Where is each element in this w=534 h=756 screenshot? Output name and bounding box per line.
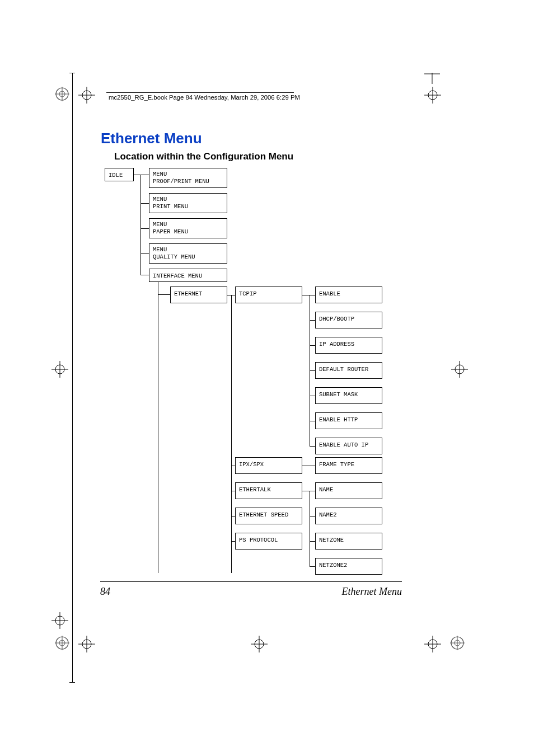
connector-line: [310, 566, 315, 567]
tree-node-tcpip-child: ENABLE: [315, 287, 382, 303]
tree-node-ethertalk-child: NETZONE2: [315, 558, 382, 575]
tree-node-ipxspx: IPX/SPX: [235, 457, 302, 474]
connector-line: [140, 175, 141, 275]
tree-node-label: ENABLE AUTO IP: [316, 438, 382, 452]
tree-node-tcpip-child: DHCP/BOOTP: [315, 312, 382, 328]
connector-line: [231, 295, 235, 295]
page-border-tick: [69, 73, 75, 73]
tree-node-label: PS PROTOCOL: [236, 533, 302, 547]
connector-line: [310, 541, 315, 542]
footer-section: Ethernet Menu: [342, 586, 402, 598]
tree-node-tcpip: TCPIP: [235, 287, 302, 303]
tree-node-label: ETHERTALK: [236, 483, 302, 497]
connector-line: [158, 294, 170, 295]
tree-node-label: NETZONE: [316, 533, 382, 547]
connector-line: [231, 491, 235, 491]
tree-node-menu: MENU PRINT MENU: [149, 193, 227, 213]
connector-line: [310, 370, 315, 371]
tree-node-label: NAME2: [316, 508, 382, 522]
tree-node-label: NAME: [316, 483, 382, 497]
tree-node-label: IDLE: [105, 168, 133, 182]
tree-node-menu: MENU PAPER MENU: [149, 218, 227, 238]
connector-line: [310, 320, 315, 321]
footer-rule: [100, 581, 402, 582]
tree-node-tcpip-child: DEFAULT ROUTER: [315, 362, 382, 379]
tree-node-tcpip-child: SUBNET MASK: [315, 387, 382, 404]
heading-2: Location within the Configuration Menu: [114, 151, 293, 162]
tree-node-label: NETZONE2: [316, 558, 382, 572]
crosshair-icon: [51, 361, 68, 378]
tree-node-label: DEFAULT ROUTER: [316, 363, 382, 377]
corner-tick-icon: [424, 73, 440, 86]
page-number: 84: [100, 586, 110, 598]
connector-line: [310, 491, 310, 566]
tree-node-interface-menu: INTERFACE MENU: [149, 269, 227, 282]
connector-line: [158, 282, 158, 573]
crosshair-icon: [451, 361, 468, 378]
tree-node-label: ENABLE HTTP: [316, 413, 382, 427]
connector-line: [302, 466, 315, 466]
tree-node-label: MENU PRINT MENU: [149, 194, 227, 213]
registration-mark-icon: [450, 636, 465, 650]
connector-line: [134, 175, 149, 175]
tree-node-ethertalk-child: NAME: [315, 482, 382, 499]
crosshair-icon: [251, 636, 268, 652]
tree-node-menu: MENU PROOF/PRINT MENU: [149, 168, 227, 188]
connector-line: [310, 396, 315, 396]
tree-node-menu: MENU QUALITY MENU: [149, 243, 227, 264]
page-border-tick: [69, 682, 75, 683]
tree-node-label: ETHERNET: [171, 287, 227, 301]
registration-mark-icon: [55, 87, 69, 101]
tree-node-ethertalk-child: NAME2: [315, 508, 382, 524]
connector-line: [310, 345, 315, 346]
tree-node-tcpip-child: IP ADDRESS: [315, 337, 382, 354]
connector-line: [310, 421, 315, 421]
tree-node-tcpip-child: ENABLE AUTO IP: [315, 438, 382, 454]
tree-node-ethertalk-child: NETZONE: [315, 533, 382, 550]
connector-line: [310, 295, 315, 295]
connector-line: [231, 541, 235, 542]
tree-node-label: IPX/SPX: [236, 458, 302, 472]
tree-node-tcpip-child: ENABLE HTTP: [315, 412, 382, 429]
tree-node-label: IP ADDRESS: [316, 337, 382, 351]
connector-line: [140, 228, 149, 229]
crosshair-icon: [78, 87, 95, 104]
heading-1: Ethernet Menu: [101, 130, 202, 147]
connector-line: [310, 516, 315, 516]
tree-node-ethernet-speed: ETHERNET SPEED: [235, 508, 302, 524]
crosshair-icon: [51, 612, 68, 629]
tree-node-label: ETHERNET SPEED: [236, 508, 302, 522]
crosshair-icon: [78, 636, 95, 652]
crosshair-icon: [424, 87, 441, 104]
tree-node-label: INTERFACE MENU: [149, 269, 227, 283]
tree-node-label: MENU PROOF/PRINT MENU: [149, 168, 227, 187]
connector-line: [231, 516, 235, 516]
tree-node-label: MENU PAPER MENU: [149, 219, 227, 238]
tree-node-label: FRAME TYPE: [316, 458, 382, 472]
connector-line: [231, 295, 232, 573]
crosshair-icon: [424, 636, 441, 652]
connector-line: [310, 491, 315, 491]
connector-line: [140, 253, 149, 254]
tree-node-label: MENU QUALITY MENU: [149, 244, 227, 263]
tree-node-idle: IDLE: [105, 168, 134, 181]
tree-node-label: SUBNET MASK: [316, 388, 382, 402]
tree-node-ethertalk: ETHERTALK: [235, 482, 302, 499]
tree-node-label: ENABLE: [316, 287, 382, 301]
registration-mark-icon: [55, 636, 69, 650]
page: mc2550_RG_E.book Page 84 Wednesday, Marc…: [0, 0, 534, 756]
tree-node-label: TCPIP: [236, 287, 302, 301]
connector-line: [231, 466, 235, 466]
connector-line: [310, 446, 315, 447]
running-head: mc2550_RG_E.book Page 84 Wednesday, Marc…: [109, 94, 300, 101]
tree-node-ps-protocol: PS PROTOCOL: [235, 533, 302, 550]
tree-node-ipxspx-child: FRAME TYPE: [315, 457, 382, 474]
connector-line: [140, 275, 149, 275]
header-rule: [106, 92, 294, 93]
tree-node-ethernet: ETHERNET: [170, 287, 227, 303]
connector-line: [140, 203, 149, 204]
page-border-left: [72, 73, 73, 683]
tree-node-label: DHCP/BOOTP: [316, 312, 382, 326]
